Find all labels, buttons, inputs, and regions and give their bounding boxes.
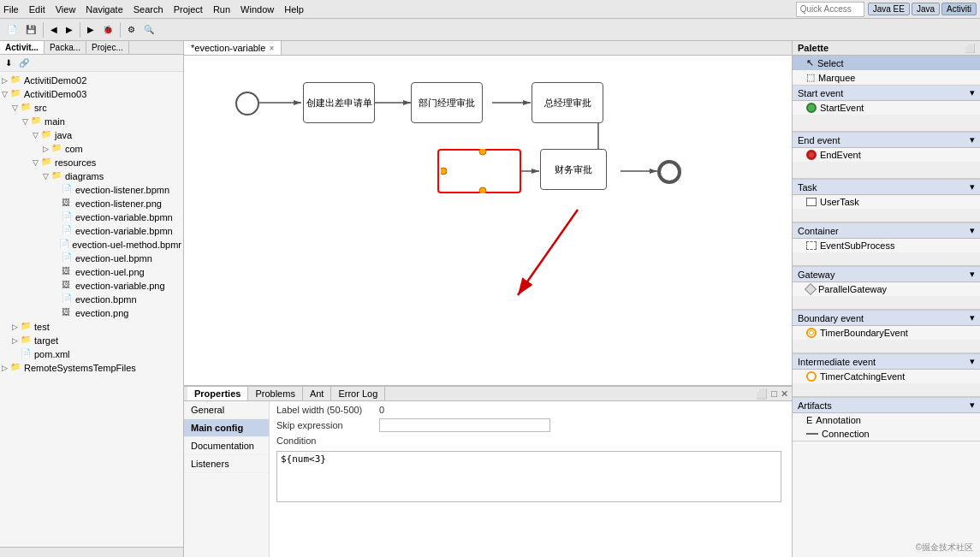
toolbar-forward[interactable]: ▶ [62, 23, 76, 36]
perspective-activiti[interactable]: Activiti [941, 3, 977, 15]
palette-section-artifacts-header[interactable]: Artifacts ▾ [793, 398, 980, 413]
palette-section-start-event-header[interactable]: Start event ▾ [793, 86, 980, 101]
editor-tab-close[interactable]: × [269, 44, 274, 53]
diagram-canvas[interactable]: 创建出差申请单 部门经理审批 总经理审批 [184, 56, 792, 386]
tree-item[interactable]: ▽ 📁 ActivitiDemo03 [2, 87, 181, 101]
nav-general[interactable]: General [184, 401, 269, 419]
bottom-tab-properties[interactable]: Properties [187, 387, 248, 400]
left-tab-project[interactable]: Projec... [86, 41, 129, 54]
palette-section-boundary-event-header[interactable]: Boundary event ▾ [793, 311, 980, 326]
palette-item-select[interactable]: ↖ Select [793, 56, 980, 70]
perspective-javaee[interactable]: Java EE [868, 3, 910, 15]
tree-item[interactable]: 🖼 evection-listener.png [2, 197, 181, 210]
link-editor-btn[interactable]: 🔗 [15, 56, 33, 69]
toolbar-run[interactable]: ▶ [84, 23, 98, 36]
bottom-tab-errorlog[interactable]: Error Log [331, 387, 385, 400]
task-selected[interactable] [437, 148, 522, 194]
tree-item[interactable]: ▽ 📁 java [2, 128, 181, 142]
palette-item-marquee[interactable]: ⬚ Marquee [793, 70, 980, 85]
palette-item-usertask[interactable]: UserTask [793, 195, 980, 209]
palette-item-annotation[interactable]: E Annotation [793, 413, 980, 427]
bottom-tab-ant[interactable]: Ant [303, 387, 332, 400]
palette-item-timerboundaryevent[interactable]: TimerBoundaryEvent [793, 326, 980, 340]
task-create-apply[interactable]: 创建出差申请单 [302, 81, 376, 124]
task-finance-review[interactable]: 财务审批 [539, 148, 608, 191]
menu-view[interactable]: View [56, 4, 76, 15]
tree-item[interactable]: ▷ 📁 test [2, 320, 181, 334]
tree-item[interactable]: ▷ 📁 target [2, 334, 181, 347]
palette-section-task-header[interactable]: Task ▾ [793, 180, 980, 195]
tree-item[interactable]: 🖼 evection.png [2, 306, 181, 320]
palette-item-eventsubprocess[interactable]: EventSubProcess [793, 239, 980, 252]
perspective-java[interactable]: Java [912, 3, 940, 15]
bottom-close-icon[interactable]: ✕ [781, 388, 788, 400]
menu-window[interactable]: Window [241, 4, 274, 15]
tree-item[interactable]: ▷ 📁 ActivitiDemo02 [2, 74, 181, 87]
palette-item-connection[interactable]: Connection [793, 427, 980, 441]
task-gm-review-label: 总经理审批 [544, 97, 591, 110]
palette-item-start-event[interactable]: StartEvent [793, 101, 980, 115]
nav-main-config[interactable]: Main config [184, 419, 269, 437]
tree-item[interactable]: 📄 evection-variable.bpmn [2, 224, 181, 238]
left-panel: Activit... Packa... Projec... ⬇ 🔗 ▷ 📁 Ac… [0, 41, 184, 557]
palette-item-timercatchingevent[interactable]: TimerCatchingEvent [793, 370, 980, 383]
condition-textarea[interactable]: ${num<3} [276, 451, 781, 502]
editor-tab-evection-variable[interactable]: *evection-variable × [184, 41, 282, 55]
menu-help[interactable]: Help [284, 4, 304, 15]
toolbar-misc2[interactable]: 🔍 [140, 23, 157, 36]
task-dept-review[interactable]: 部门经理审批 [410, 81, 484, 124]
left-tab-activit[interactable]: Activit... [0, 41, 45, 54]
menu-file[interactable]: File [3, 4, 19, 15]
menu-run[interactable]: Run [213, 4, 230, 15]
palette-item-end-event[interactable]: EndEvent [793, 148, 980, 162]
start-event-shape [235, 92, 259, 116]
nav-listeners[interactable]: Listeners [184, 455, 269, 473]
tree-item[interactable]: 📄 evection-variable.bpmn [2, 210, 181, 224]
tree-item[interactable]: ▽ 📁 resources [2, 156, 181, 169]
bottom-tab-problems[interactable]: Problems [248, 387, 302, 400]
tree-item[interactable]: 🖼 evection-uel.png [2, 265, 181, 279]
tree-item[interactable]: ▽ 📁 src [2, 101, 181, 115]
chevron-icon: ▾ [970, 134, 975, 145]
menu-search[interactable]: Search [134, 4, 163, 15]
condition-label: Condition [276, 436, 379, 446]
menu-navigate[interactable]: Navigate [86, 4, 122, 15]
tree-item[interactable]: 📄 evection-listener.bpmn [2, 183, 181, 197]
tree-item[interactable]: ▷ 📁 com [2, 142, 181, 156]
tree-item[interactable]: ▽ 📁 diagrams [2, 169, 181, 183]
palette-item-parallelgateway[interactable]: ParallelGateway [793, 282, 980, 296]
tree-item[interactable]: 📄 pom.xml [2, 347, 181, 361]
toolbar-save[interactable]: 💾 [22, 23, 39, 36]
palette-section-end-event-header[interactable]: End event ▾ [793, 133, 980, 148]
task-gm-review[interactable]: 总经理审批 [531, 81, 604, 124]
start-event-node[interactable] [235, 92, 259, 116]
bottom-minimize-icon[interactable]: ⬜ [756, 388, 768, 400]
menu-edit[interactable]: Edit [29, 4, 45, 15]
toolbar-back[interactable]: ◀ [47, 23, 61, 36]
quick-access-input[interactable] [796, 2, 864, 17]
end-event-node[interactable] [657, 160, 681, 184]
menu-project[interactable]: Project [174, 4, 203, 15]
skip-expression-input[interactable] [379, 418, 550, 432]
chevron-icon: ▾ [970, 312, 975, 323]
toolbar-misc1[interactable]: ⚙ [124, 23, 139, 36]
tree-item[interactable]: 📄 evection.bpmn [2, 293, 181, 306]
tree-item[interactable]: 🖼 evection-variable.png [2, 279, 181, 293]
palette-section-container-header[interactable]: Container ▾ [793, 223, 980, 239]
task-finance-review-label: 财务审批 [555, 163, 592, 176]
palette-collapse-icon[interactable]: ⬜ [965, 44, 975, 53]
left-tab-package[interactable]: Packa... [45, 41, 86, 54]
tree-item[interactable]: ▷ 📁 RemoteSystemsTempFiles [2, 361, 181, 375]
tree-item[interactable]: 📄 evection-uel-method.bpmr [2, 238, 181, 252]
diagram-arrows [184, 56, 792, 385]
left-panel-hscroll[interactable] [0, 547, 183, 557]
tree-item[interactable]: ▽ 📁 main [2, 115, 181, 128]
bottom-maximize-icon[interactable]: □ [771, 388, 777, 400]
tree-item[interactable]: 📄 evection-uel.bpmn [2, 252, 181, 265]
toolbar-debug[interactable]: 🐞 [99, 23, 116, 36]
palette-section-intermediate-event-header[interactable]: Intermediate event ▾ [793, 354, 980, 370]
collapse-all-btn[interactable]: ⬇ [2, 56, 15, 69]
nav-documentation[interactable]: Documentation [184, 437, 269, 455]
toolbar-new[interactable]: 📄 [3, 23, 21, 36]
palette-section-gateway-header[interactable]: Gateway ▾ [793, 267, 980, 282]
